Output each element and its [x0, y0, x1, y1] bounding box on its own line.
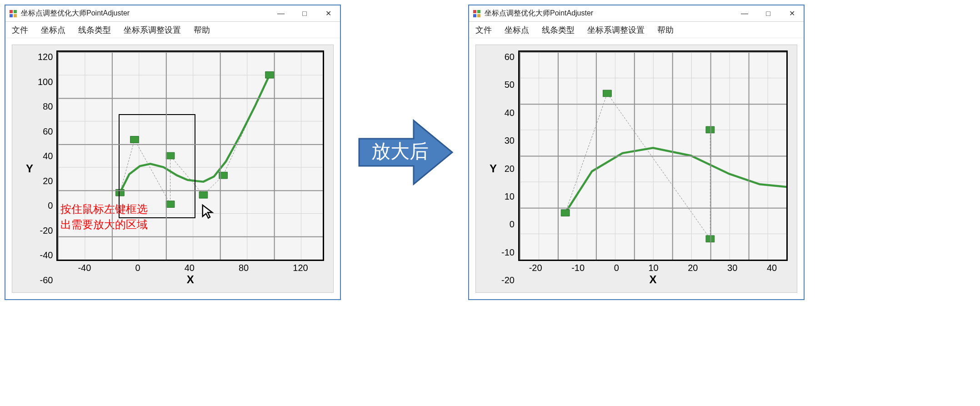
titlebar[interactable]: 坐标点调整优化大师PointAdjuster — □ ✕: [469, 5, 804, 22]
x-tick: -40: [78, 263, 91, 273]
menu-help[interactable]: 帮助: [194, 25, 210, 35]
y-tick: -10: [501, 247, 515, 258]
y-axis-label: Y: [21, 50, 38, 287]
y-tick: 0: [48, 200, 53, 211]
app-window-after: 坐标点调整优化大师PointAdjuster — □ ✕ 文件 坐标点 线条类型…: [468, 5, 805, 300]
plot-panel: Y 60 50 40 30 20 10 0 -10 -20: [475, 45, 797, 293]
menu-points[interactable]: 坐标点: [505, 25, 529, 35]
y-tick: 0: [510, 219, 515, 230]
menu-axis-settings[interactable]: 坐标系调整设置: [124, 25, 181, 35]
minimize-button[interactable]: —: [269, 5, 293, 22]
close-button[interactable]: ✕: [780, 5, 804, 22]
y-tick: -20: [501, 275, 515, 286]
plot-panel: Y 120 100 80 60 40 20 0 -20 -40 -60: [12, 45, 334, 293]
titlebar[interactable]: 坐标点调整优化大师PointAdjuster — □ ✕: [5, 5, 340, 22]
x-axis-label: X: [518, 273, 788, 287]
zoom-arrow: 放大后: [355, 111, 455, 193]
x-tick: -10: [571, 263, 585, 273]
svg-rect-18: [706, 126, 715, 133]
x-tick: 30: [727, 263, 737, 273]
y-tick: 60: [505, 52, 515, 62]
instruction-annotation: 按住鼠标左键框选 出需要放大的区域: [60, 201, 148, 232]
menu-line-type[interactable]: 线条类型: [542, 25, 575, 35]
cursor-arrow-icon: [201, 204, 215, 222]
menubar: 文件 坐标点 线条类型 坐标系调整设置 帮助: [5, 22, 340, 38]
svg-rect-0: [10, 10, 13, 13]
x-tick: 10: [648, 263, 658, 273]
y-tick: -40: [40, 250, 53, 261]
y-tick: 60: [43, 126, 53, 137]
y-tick: 80: [43, 101, 53, 112]
x-tick: 20: [688, 263, 698, 273]
chart-canvas[interactable]: [518, 50, 788, 261]
svg-rect-8: [199, 192, 208, 199]
svg-rect-10: [265, 71, 274, 78]
chart-svg: [520, 52, 786, 260]
y-tick: -60: [40, 275, 53, 286]
svg-rect-2: [10, 14, 13, 17]
minimize-button[interactable]: —: [733, 5, 756, 22]
svg-rect-13: [473, 14, 476, 17]
y-tick: 20: [505, 164, 515, 174]
y-tick: 50: [505, 80, 515, 90]
y-axis-ticks: 60 50 40 30 20 10 0 -10 -20: [501, 50, 518, 287]
app-icon: [9, 10, 17, 18]
arrow-icon: 放大后: [355, 111, 455, 193]
y-tick: 120: [38, 52, 53, 62]
svg-rect-15: [561, 210, 570, 216]
x-tick: 0: [614, 263, 619, 273]
menu-file[interactable]: 文件: [475, 25, 492, 35]
y-tick: 100: [38, 77, 53, 87]
app-window-before: 坐标点调整优化大师PointAdjuster — □ ✕ 文件 坐标点 线条类型…: [5, 5, 341, 300]
y-tick: -20: [40, 226, 53, 236]
svg-rect-1: [14, 10, 17, 13]
menubar: 文件 坐标点 线条类型 坐标系调整设置 帮助: [469, 22, 804, 38]
close-button[interactable]: ✕: [316, 5, 340, 22]
y-tick: 40: [505, 108, 515, 118]
x-tick: 40: [767, 263, 777, 273]
x-tick: 120: [293, 263, 308, 273]
x-tick: 80: [239, 263, 249, 273]
x-axis-ticks: -20 -10 0 10 20 30 40: [518, 261, 788, 273]
y-tick: 30: [505, 135, 515, 146]
maximize-button[interactable]: □: [756, 5, 780, 22]
y-axis-label: Y: [485, 50, 501, 287]
x-tick: 0: [135, 263, 140, 273]
x-tick: 40: [185, 263, 195, 273]
x-axis-ticks: -40 0 40 80 120: [56, 261, 324, 273]
menu-help[interactable]: 帮助: [657, 25, 674, 35]
x-axis-label: X: [56, 273, 324, 287]
svg-rect-3: [14, 14, 17, 17]
y-axis-ticks: 120 100 80 60 40 20 0 -20 -40 -60: [38, 50, 56, 287]
svg-rect-11: [473, 10, 476, 13]
x-tick: -20: [529, 263, 542, 273]
menu-axis-settings[interactable]: 坐标系调整设置: [587, 25, 645, 35]
y-tick: 10: [505, 191, 515, 202]
menu-line-type[interactable]: 线条类型: [78, 25, 111, 35]
window-title: 坐标点调整优化大师PointAdjuster: [21, 9, 130, 18]
svg-rect-16: [603, 90, 611, 97]
svg-rect-12: [477, 10, 480, 13]
app-icon: [473, 10, 481, 18]
menu-file[interactable]: 文件: [12, 25, 28, 35]
svg-rect-17: [706, 236, 715, 242]
chart-canvas[interactable]: 按住鼠标左键框选 出需要放大的区域: [56, 50, 324, 261]
menu-points[interactable]: 坐标点: [41, 25, 65, 35]
y-tick: 40: [43, 151, 53, 161]
maximize-button[interactable]: □: [293, 5, 316, 22]
y-tick: 20: [43, 176, 53, 186]
arrow-label: 放大后: [371, 141, 429, 162]
window-title: 坐标点调整优化大师PointAdjuster: [485, 9, 593, 18]
svg-rect-14: [477, 14, 480, 17]
svg-rect-9: [219, 172, 228, 179]
